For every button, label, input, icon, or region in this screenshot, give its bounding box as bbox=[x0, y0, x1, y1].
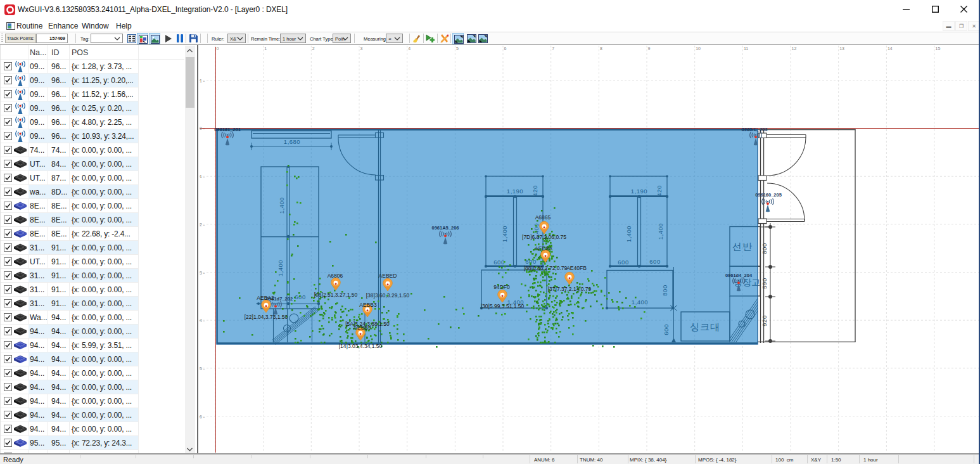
svg-text:[30]5.99,3.51,1.50: [30]5.99,3.51,1.50 bbox=[481, 303, 525, 309]
svg-text:0: 0 bbox=[217, 46, 219, 51]
svg-text:9: 9 bbox=[648, 46, 651, 51]
svg-text:AEBA2: AEBA2 bbox=[257, 295, 274, 301]
svg-text:0960rL_203: 0960rL_203 bbox=[742, 127, 768, 132]
svg-text:1 -: 1 - bbox=[200, 79, 205, 83]
svg-text:AEBB9: AEBB9 bbox=[353, 325, 371, 331]
svg-text:1 -: 1 - bbox=[200, 174, 205, 179]
svg-text:A6806: A6806 bbox=[328, 273, 343, 279]
svg-text:[14]3.03,4.34,1.50: [14]3.03,4.34,1.50 bbox=[339, 343, 383, 349]
svg-text:15: 15 bbox=[936, 46, 941, 51]
svg-text:3: 3 bbox=[360, 46, 363, 51]
svg-text:13: 13 bbox=[839, 46, 844, 51]
svg-text:11: 11 bbox=[744, 46, 748, 51]
svg-text:096181_201: 096181_201 bbox=[214, 127, 241, 132]
svg-text:[37]7.37,2.14,0.79: [37]7.37,2.14,0.79 bbox=[548, 286, 592, 292]
svg-text:4 -: 4 - bbox=[200, 318, 205, 323]
svg-text:AED8A: AED8A bbox=[535, 245, 552, 252]
svg-text:AEBED: AEBED bbox=[379, 273, 397, 279]
svg-text:[88]6.86,2.72,0.79: [88]6.86,2.72,0.79 bbox=[524, 265, 568, 271]
svg-text:0961A5_206: 0961A5_206 bbox=[432, 225, 459, 231]
svg-text:10: 10 bbox=[696, 46, 701, 51]
svg-text:[22]1.04,3.73,1.50: [22]1.04,3.73,1.50 bbox=[245, 314, 288, 320]
svg-text:6: 6 bbox=[504, 46, 507, 51]
svg-text:[7D]6.87,2.06,0.75: [7D]6.87,2.06,0.75 bbox=[522, 234, 566, 240]
svg-text:12: 12 bbox=[792, 46, 797, 51]
svg-text:AEBB3: AEBB3 bbox=[359, 302, 377, 308]
svg-text:4: 4 bbox=[408, 46, 410, 51]
svg-text:14: 14 bbox=[888, 46, 893, 51]
svg-text:[38]3.60,3.29,1.50: [38]3.60,3.29,1.50 bbox=[366, 292, 410, 299]
svg-text:7: 7 bbox=[552, 46, 554, 51]
svg-text:[06]2.51,3.27,1.50: [06]2.51,3.27,1.50 bbox=[314, 292, 358, 298]
svg-text:800: 800 bbox=[761, 243, 768, 254]
svg-text:590: 590 bbox=[761, 278, 768, 288]
svg-text:A6865: A6865 bbox=[535, 214, 551, 221]
svg-text:AE40FB: AE40FB bbox=[566, 265, 587, 271]
svg-text:94DF0: 94DF0 bbox=[493, 284, 510, 290]
svg-text:6 -: 6 - bbox=[200, 415, 205, 419]
svg-text:3 -: 3 - bbox=[200, 271, 205, 275]
svg-text:920: 920 bbox=[761, 315, 768, 326]
svg-text:0961d4_204: 0961d4_204 bbox=[725, 273, 753, 278]
svg-text:0 -: 0 - bbox=[200, 126, 205, 131]
svg-text:096160_205: 096160_205 bbox=[755, 192, 782, 198]
svg-text:1: 1 bbox=[264, 46, 267, 51]
svg-text:2: 2 bbox=[312, 46, 315, 51]
svg-text:5 -: 5 - bbox=[200, 366, 205, 371]
svg-text:5: 5 bbox=[456, 46, 459, 51]
svg-text:2 -: 2 - bbox=[200, 222, 205, 227]
svg-text:8: 8 bbox=[600, 46, 602, 51]
